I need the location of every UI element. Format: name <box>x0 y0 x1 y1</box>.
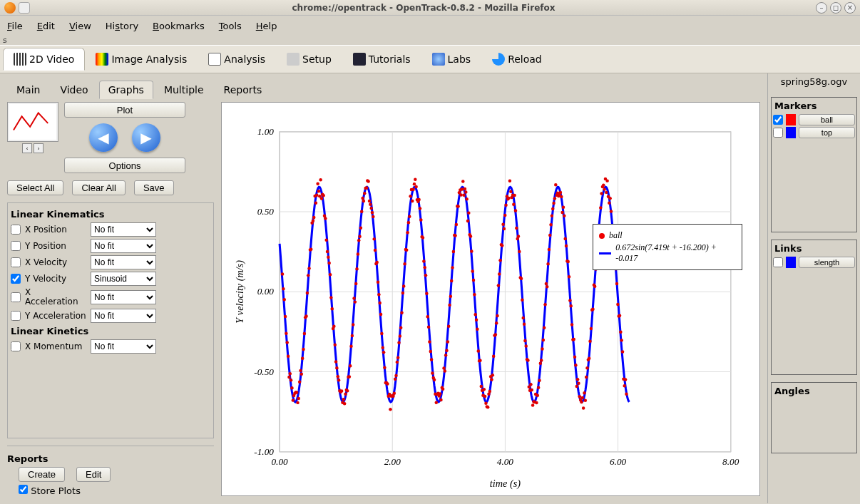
minimize-button[interactable]: – <box>816 2 827 14</box>
svg-point-276 <box>523 323 526 326</box>
tab-setup[interactable]: Setup <box>276 48 342 71</box>
svg-point-296 <box>542 339 545 341</box>
svg-point-297 <box>543 326 546 329</box>
tv-icon <box>353 53 366 66</box>
svg-point-374 <box>616 303 619 306</box>
check-y-position[interactable] <box>11 241 21 251</box>
svg-point-102 <box>357 252 359 255</box>
subtab-graphs[interactable]: Graphs <box>99 81 153 99</box>
fit-x-velocity[interactable]: No fit <box>91 255 156 269</box>
subtab-video[interactable]: Video <box>51 81 97 99</box>
svg-point-298 <box>543 303 546 306</box>
thumb-prev[interactable]: ‹ <box>22 143 32 153</box>
tab-tutorials[interactable]: Tutorials <box>342 48 421 71</box>
fit-y-position[interactable]: No fit <box>91 239 156 253</box>
svg-point-34 <box>292 398 295 401</box>
check-x-momentum[interactable] <box>11 341 21 351</box>
svg-point-154 <box>406 231 409 234</box>
menu-history[interactable]: History <box>106 21 138 31</box>
nav-next-button[interactable]: ▶ <box>132 123 160 152</box>
svg-point-82 <box>337 379 340 381</box>
check-x-acceleration[interactable] <box>11 292 21 302</box>
menu-view[interactable]: View <box>69 21 91 31</box>
svg-point-197 <box>447 325 450 328</box>
subtab-reports[interactable]: Reports <box>215 81 272 99</box>
fit-x-acceleration[interactable]: No fit <box>91 290 156 304</box>
svg-point-256 <box>503 214 506 217</box>
svg-point-109 <box>363 192 366 195</box>
check-y-acceleration[interactable] <box>11 311 21 321</box>
check-marker-ball[interactable] <box>773 115 783 125</box>
check-store-plots[interactable] <box>19 485 28 494</box>
check-x-velocity[interactable] <box>11 257 21 267</box>
save-button[interactable]: Save <box>134 180 174 195</box>
plot-button[interactable]: Plot <box>64 102 185 118</box>
menu-help[interactable]: Help <box>256 21 277 31</box>
select-all-button[interactable]: Select All <box>7 180 63 195</box>
close-button[interactable]: × <box>844 2 856 14</box>
svg-point-306 <box>551 207 554 210</box>
firefox-icon <box>4 2 16 14</box>
svg-point-173 <box>424 274 427 277</box>
tab-analysis[interactable]: Analysis <box>198 48 276 71</box>
svg-point-120 <box>374 249 377 252</box>
svg-point-30 <box>287 376 290 379</box>
svg-point-360 <box>603 187 605 190</box>
create-button[interactable]: Create <box>19 467 65 482</box>
kinematics-panel[interactable]: Linear Kinematics X Position No fit Y Po… <box>7 202 214 438</box>
menu-file[interactable]: File <box>7 21 23 31</box>
svg-point-146 <box>399 334 401 337</box>
marker-row-ball: ball <box>773 114 855 125</box>
svg-point-195 <box>445 349 448 352</box>
svg-point-189 <box>439 398 442 401</box>
svg-point-218 <box>467 211 470 214</box>
tab-reload[interactable]: Reload <box>481 48 553 71</box>
svg-point-247 <box>495 322 498 324</box>
svg-point-73 <box>329 273 332 276</box>
tab-labs[interactable]: Labs <box>421 48 482 71</box>
subtab-main[interactable]: Main <box>7 81 49 99</box>
fit-y-velocity[interactable]: Sinusoid <box>91 272 156 286</box>
options-button[interactable]: Options <box>64 158 185 173</box>
tab-image-analysis[interactable]: Image Analysis <box>85 48 198 71</box>
svg-point-113 <box>367 180 369 182</box>
check-x-position[interactable] <box>11 225 21 235</box>
svg-point-280 <box>526 359 529 361</box>
menu-tools[interactable]: Tools <box>219 21 242 31</box>
menu-bookmarks[interactable]: Bookmarks <box>153 21 205 31</box>
maximize-button[interactable]: ◻ <box>830 2 841 14</box>
check-link-slength[interactable] <box>773 257 783 267</box>
svg-point-315 <box>560 195 563 198</box>
link-slength-button[interactable]: slength <box>799 257 855 268</box>
svg-point-153 <box>405 248 408 251</box>
svg-point-140 <box>393 392 396 395</box>
tab-2d-video[interactable]: 2D Video <box>3 48 85 71</box>
svg-point-163 <box>414 185 417 188</box>
edit-button[interactable]: Edit <box>76 467 111 482</box>
svg-point-305 <box>551 214 553 217</box>
nav-prev-button[interactable]: ◀ <box>89 123 118 152</box>
thumb-next[interactable]: › <box>34 143 43 153</box>
store-plots-label: Store Plots <box>31 485 81 496</box>
fit-x-momentum[interactable]: No fit <box>91 339 156 354</box>
check-marker-top[interactable] <box>773 128 783 138</box>
menu-edit[interactable]: Edit <box>37 21 55 31</box>
fit-y-acceleration[interactable]: No fit <box>91 309 156 323</box>
row-y-acceleration: Y Acceleration No fit <box>11 309 210 323</box>
legend-line-icon <box>599 252 611 254</box>
svg-point-85 <box>340 389 343 392</box>
marker-top-button[interactable]: top <box>799 127 855 138</box>
svg-point-201 <box>451 266 454 269</box>
svg-point-356 <box>599 206 602 209</box>
svg-point-283 <box>529 383 532 386</box>
subtab-multiple[interactable]: Multiple <box>155 81 213 99</box>
legend-series-label: ball <box>609 230 623 241</box>
fit-x-position[interactable]: No fit <box>91 222 156 237</box>
legend-box: ball 0.672sin(7.419t + -16.200) + -0.017 <box>593 224 742 270</box>
clear-all-button[interactable]: Clear All <box>72 180 125 195</box>
check-y-velocity[interactable] <box>11 274 21 284</box>
svg-point-363 <box>605 179 608 182</box>
plot-thumbnail[interactable] <box>7 102 58 142</box>
marker-ball-button[interactable]: ball <box>799 114 855 125</box>
svg-point-316 <box>560 211 563 214</box>
